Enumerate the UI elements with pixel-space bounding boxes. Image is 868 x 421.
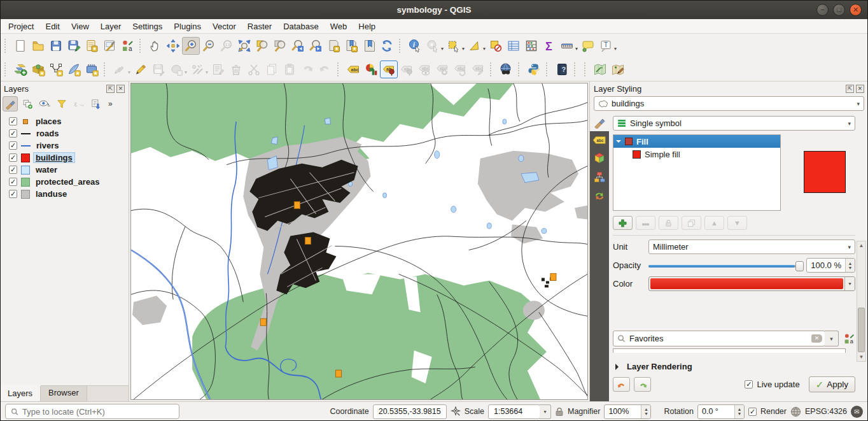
renderer-dropdown[interactable]: Single symbol ▾ bbox=[613, 116, 855, 131]
add-group-icon[interactable] bbox=[20, 96, 35, 111]
dropdown-caret-icon[interactable]: ▾ bbox=[483, 46, 486, 52]
panel-close-icon[interactable]: ✕ bbox=[116, 85, 125, 93]
styling-scrollbar[interactable]: ▲ ▼ bbox=[857, 241, 866, 362]
panel-float-icon[interactable]: ⇱ bbox=[846, 85, 854, 93]
menu-edit[interactable]: Edit bbox=[39, 20, 65, 32]
layer-checkbox[interactable]: ✓ bbox=[9, 117, 17, 125]
style-redo-button[interactable] bbox=[634, 377, 651, 392]
layer-row-buildings[interactable]: ✓ buildings bbox=[9, 152, 129, 164]
menu-view[interactable]: View bbox=[66, 20, 95, 32]
menu-project[interactable]: Project bbox=[3, 20, 39, 32]
new-bookmark-icon[interactable] bbox=[325, 37, 342, 55]
copy-features-icon[interactable] bbox=[263, 61, 281, 78]
layer-row-protected-areas[interactable]: ✓ protected_areas bbox=[9, 176, 129, 188]
run-feature-action-icon[interactable] bbox=[424, 37, 442, 55]
toolbar-handle[interactable] bbox=[399, 39, 404, 53]
menu-vector[interactable]: Vector bbox=[207, 20, 242, 32]
map-canvas[interactable] bbox=[130, 83, 588, 400]
spin-arrows-icon[interactable]: ▲▼ bbox=[641, 405, 650, 418]
layer-rendering-section[interactable]: Layer Rendering bbox=[613, 362, 855, 371]
pan-to-selection-icon[interactable] bbox=[164, 37, 182, 55]
move-down-button[interactable]: ▼ bbox=[727, 216, 747, 230]
zoom-next-icon[interactable] bbox=[307, 37, 325, 55]
scroll-down-icon[interactable]: ▼ bbox=[857, 353, 865, 361]
dropdown-caret-icon[interactable]: ▾ bbox=[128, 69, 130, 75]
style-undo-button[interactable] bbox=[613, 377, 630, 392]
move-up-button[interactable]: ▲ bbox=[704, 216, 724, 230]
new-spatialite-layer-icon[interactable] bbox=[65, 61, 83, 78]
expand-collapse-tree-icon[interactable] bbox=[88, 96, 104, 111]
unit-dropdown[interactable]: Millimeter ▾ bbox=[648, 239, 855, 254]
map-tips-icon[interactable] bbox=[579, 37, 597, 55]
menu-layer[interactable]: Layer bbox=[95, 20, 127, 32]
paste-features-icon[interactable] bbox=[281, 61, 298, 78]
toolbar-handle[interactable] bbox=[104, 62, 109, 76]
measure-icon[interactable] bbox=[558, 37, 576, 55]
layer-checkbox[interactable]: ✓ bbox=[9, 129, 17, 138]
apply-button[interactable]: ✓ Apply bbox=[809, 376, 855, 392]
zoom-in-icon[interactable] bbox=[182, 37, 200, 55]
filter-by-expression-icon[interactable]: ε bbox=[71, 96, 87, 111]
undo-icon[interactable] bbox=[298, 61, 316, 78]
toolbar-handle[interactable] bbox=[4, 39, 10, 53]
coordinate-value[interactable]: 20.5355,-33.9815 bbox=[373, 404, 447, 419]
messages-icon[interactable]: ✉ bbox=[851, 406, 863, 418]
bookmarks-panel-icon[interactable] bbox=[360, 37, 378, 55]
new-virtual-layer-icon[interactable] bbox=[83, 61, 101, 78]
toolbar-handle[interactable] bbox=[4, 62, 10, 76]
delete-selected-icon[interactable] bbox=[227, 61, 245, 78]
open-attribute-table-icon[interactable] bbox=[505, 37, 522, 55]
locator-box[interactable] bbox=[5, 404, 179, 419]
layer-diagram-options-icon[interactable] bbox=[362, 61, 380, 78]
advanced-digitizing-icon[interactable] bbox=[188, 61, 206, 78]
layer-row-places[interactable]: ✓ places bbox=[9, 115, 129, 127]
layer-name[interactable]: buildings bbox=[34, 153, 74, 162]
show-layout-manager-icon[interactable] bbox=[101, 37, 118, 55]
open-project-icon[interactable] bbox=[29, 37, 47, 55]
panel-float-icon[interactable]: ⇱ bbox=[106, 85, 115, 93]
modify-attributes-icon[interactable] bbox=[209, 61, 227, 78]
layers-toolbar-overflow-icon[interactable]: » bbox=[108, 99, 113, 108]
layer-selector-dropdown[interactable]: buildings ▾ bbox=[594, 96, 864, 111]
open-data-source-manager-icon[interactable] bbox=[11, 61, 29, 78]
clear-icon[interactable]: ✕ bbox=[811, 334, 822, 343]
save-layer-edits-icon[interactable] bbox=[150, 61, 167, 78]
show-hide-labels-icon[interactable]: abc bbox=[416, 61, 433, 78]
symbol-tree-simple-fill-row[interactable]: Simple fill bbox=[613, 148, 780, 161]
show-bookmarks-icon[interactable] bbox=[342, 37, 360, 55]
menu-database[interactable]: Database bbox=[277, 20, 325, 32]
style-manager-button[interactable]: a bbox=[843, 332, 855, 345]
move-label-icon[interactable]: abc bbox=[433, 61, 451, 78]
style-filter-dropdown-icon[interactable]: ▾ bbox=[825, 331, 839, 346]
filter-legend-icon[interactable] bbox=[54, 96, 69, 111]
dropdown-caret-icon[interactable]: ▾ bbox=[614, 46, 617, 52]
pan-map-icon[interactable] bbox=[146, 37, 164, 55]
rotate-label-icon[interactable]: abc bbox=[451, 61, 469, 78]
expand-arrow-icon[interactable] bbox=[616, 140, 621, 145]
panel-close-icon[interactable]: ✕ bbox=[856, 85, 864, 93]
statistical-summary-icon[interactable]: Σ bbox=[540, 37, 558, 55]
zoom-native-icon[interactable]: 1:1 bbox=[218, 37, 235, 55]
zoom-to-layer-icon[interactable] bbox=[271, 37, 289, 55]
spin-arrows-icon[interactable]: ▲▼ bbox=[845, 259, 855, 272]
layer-checkbox[interactable]: ✓ bbox=[9, 166, 17, 174]
identify-features-icon[interactable]: i bbox=[406, 37, 424, 55]
select-features-icon[interactable] bbox=[445, 37, 463, 55]
deselect-features-icon[interactable] bbox=[487, 37, 505, 55]
extents-toggle-icon[interactable] bbox=[451, 406, 461, 417]
maximize-button[interactable]: □ bbox=[833, 4, 845, 16]
text-annotation-icon[interactable]: T bbox=[597, 37, 615, 55]
refresh-icon[interactable] bbox=[378, 37, 396, 55]
menu-help[interactable]: Help bbox=[353, 20, 381, 32]
current-edits-icon[interactable] bbox=[111, 61, 129, 78]
spin-arrows-icon[interactable]: ▲▼ bbox=[734, 405, 744, 418]
layer-name[interactable]: protected_areas bbox=[34, 177, 101, 187]
zoom-last-icon[interactable] bbox=[289, 37, 307, 55]
toggle-editing-icon[interactable] bbox=[132, 61, 150, 78]
new-project-icon[interactable] bbox=[11, 37, 29, 55]
metasearch-icon[interactable] bbox=[497, 61, 515, 78]
menu-web[interactable]: Web bbox=[325, 20, 353, 32]
symbol-tree-fill-row[interactable]: Fill bbox=[613, 135, 780, 148]
scale-value[interactable]: 1:53664 bbox=[488, 404, 540, 419]
layer-labeling-options-icon[interactable]: abc bbox=[344, 61, 362, 78]
